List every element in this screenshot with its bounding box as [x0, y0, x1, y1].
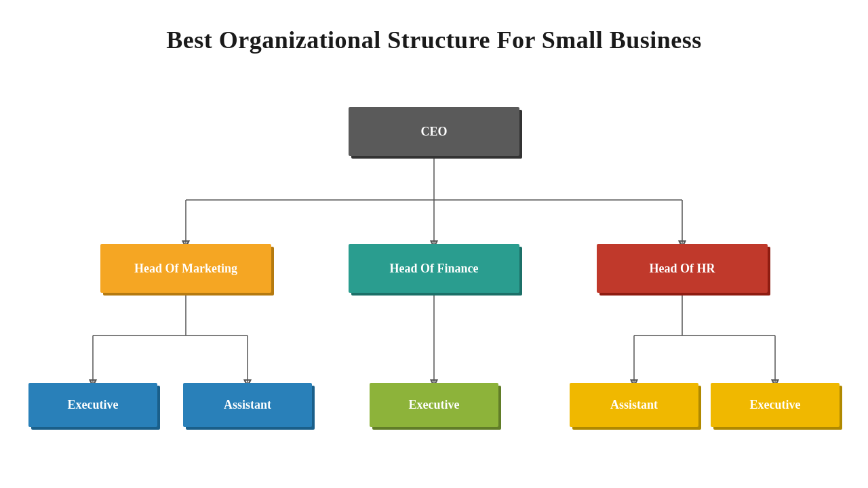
exec-hr-box: Executive: [711, 383, 840, 427]
exec-hr-label: Executive: [750, 398, 801, 412]
head-marketing-box: Head Of Marketing: [100, 244, 271, 293]
asst-hr-label: Assistant: [610, 398, 658, 412]
asst-hr-box: Assistant: [570, 383, 698, 427]
head-finance-label: Head Of Finance: [390, 262, 479, 276]
head-hr-box: Head Of HR: [597, 244, 768, 293]
exec-marketing-box: Executive: [28, 383, 157, 427]
asst-marketing-label: Assistant: [224, 398, 271, 412]
exec-finance-box: Executive: [370, 383, 498, 427]
head-marketing-label: Head Of Marketing: [134, 262, 237, 276]
exec-marketing-label: Executive: [68, 398, 119, 412]
page-title: Best Organizational Structure For Small …: [0, 0, 868, 61]
ceo-box: CEO: [349, 107, 519, 156]
exec-finance-label: Executive: [409, 398, 460, 412]
head-finance-box: Head Of Finance: [349, 244, 519, 293]
ceo-label: CEO: [420, 125, 447, 139]
head-hr-label: Head Of HR: [650, 262, 715, 276]
org-chart: CEO Head Of Marketing Head Of Finance He…: [0, 68, 868, 481]
asst-marketing-box: Assistant: [183, 383, 312, 427]
